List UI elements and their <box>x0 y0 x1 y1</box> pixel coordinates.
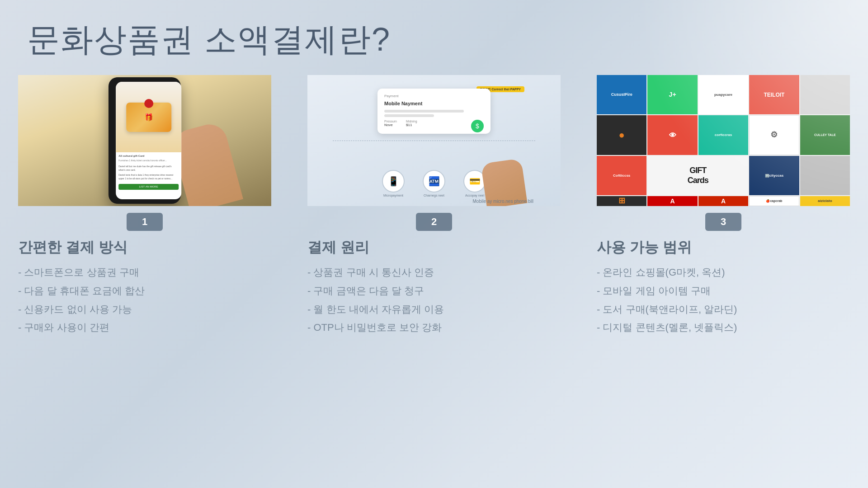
logo-puapycare: puapycare <box>698 75 748 114</box>
payment-card-header: Payment <box>384 94 484 98</box>
logo-cityccas: 🏢cityccas <box>749 156 799 195</box>
phone-label: Micropayment <box>383 194 403 197</box>
charnegs-label: Charnegs neet <box>424 194 444 197</box>
bullet-1-1: - 스마트폰으로 상품권 구매 <box>18 266 271 280</box>
bullet-2-3: - 월 한도 내에서 자유롭게 이용 <box>307 303 561 317</box>
bullet-3-2: - 모바일 게임 아이템 구매 <box>597 284 850 298</box>
col3-number: 3 <box>705 213 741 231</box>
phone-image: 🎁 All cultural gift Card Furnishes 1 thi… <box>18 75 271 206</box>
col2-number: 2 <box>416 213 452 231</box>
col3-bullets: - 온라인 쇼핑몰(G마켓, 옥션) - 모바일 게임 아이템 구매 - 도서 … <box>597 266 850 335</box>
column-3: CususIPire J+ puapycare TEILOIT ● 👁 corf… <box>579 75 868 339</box>
phone-icon: 📱 <box>382 170 405 192</box>
col1-image: 🎁 All cultural gift Card Furnishes 1 thi… <box>18 75 271 206</box>
logo-adobe1: A <box>647 196 697 206</box>
dotted-line <box>333 141 535 141</box>
col2-title: 결제 원리 <box>307 238 561 258</box>
logo-corficcras: corficcras <box>698 115 748 155</box>
bullet-3-4: - 디지털 콘텐츠(멜론, 넷플릭스) <box>597 321 850 335</box>
bullet-2-4: - OTP나 비밀번호로 보안 강화 <box>307 321 561 335</box>
page-title: 문화상품권 소액결제란? <box>0 0 868 75</box>
col2-image: SAVUC Correct thei PAPPY Payment Mobile … <box>307 75 561 206</box>
payment-line-2 <box>384 114 434 117</box>
icon-charnegs: 🏧 Charnegs neet <box>423 170 445 197</box>
col3-image: CususIPire J+ puapycare TEILOIT ● 👁 corf… <box>597 75 850 206</box>
logo-eye: 👁 <box>647 115 697 155</box>
payment-image: SAVUC Correct thei PAPPY Payment Mobile … <box>307 75 561 206</box>
col1-title: 간편한 결제 방식 <box>18 238 271 258</box>
icons-row: 📱 Micropayment 🏧 Charnegs neet 💳 Accopay… <box>382 170 486 197</box>
bullet-3-3: - 도서 구매(북앤라이프, 알라딘) <box>597 303 850 317</box>
bullet-1-3: - 신용카드 없이 사용 가능 <box>18 303 271 317</box>
col3-title: 사용 가능 범위 <box>597 238 850 258</box>
phone-screen: 🎁 All cultural gift Card Furnishes 1 thi… <box>116 82 181 199</box>
bullet-2-1: - 상품권 구매 시 통신사 인증 <box>307 266 561 280</box>
logos-grid: CususIPire J+ puapycare TEILOIT ● 👁 corf… <box>597 75 850 206</box>
logo-gear: ⚙ <box>749 115 799 155</box>
logo-windows: ⊞ <box>597 196 646 206</box>
column-1: 🎁 All cultural gift Card Furnishes 1 thi… <box>0 75 289 339</box>
main-columns: 🎁 All cultural gift Card Furnishes 1 thi… <box>0 75 868 339</box>
col1-bullets: - 스마트폰으로 상품권 구매 - 다음 달 휴대폰 요금에 합산 - 신용카드… <box>18 266 271 335</box>
bullet-3-1: - 온라인 쇼핑몰(G마켓, 옥션) <box>597 266 850 280</box>
logo-aiziclato: aiziclato <box>800 196 850 206</box>
logo-empty1 <box>800 75 850 114</box>
charnegs-icon: 🏧 <box>423 170 445 192</box>
logo-gift-cards: GIFTCards <box>647 156 748 195</box>
payment-line-1 <box>384 110 464 113</box>
phone-screen-text: All cultural gift Card Furnishes 1 thirt… <box>116 152 181 192</box>
col1-number: 1 <box>127 213 163 231</box>
payment-card-title: Mobile Nayment <box>384 101 484 106</box>
phone-screen-inner: 🎁 <box>116 82 181 152</box>
gift-bow <box>144 99 153 108</box>
logo-circle-orange: ● <box>597 115 646 155</box>
logo-jplus: J+ <box>647 75 697 114</box>
bullet-1-4: - 구매와 사용이 간편 <box>18 321 271 335</box>
bullet-2-2: - 구매 금액은 다음 달 청구 <box>307 284 561 298</box>
logo-coftliccss: Coftliccss <box>597 156 646 195</box>
column-2: SAVUC Correct thei PAPPY Payment Mobile … <box>289 75 579 339</box>
col2-bullets: - 상품권 구매 시 통신사 인증 - 구매 금액은 다음 달 청구 - 월 한… <box>307 266 561 335</box>
logo-empty2 <box>800 156 850 195</box>
mobile-pay-label: Mobile ay micro.nes phone bill <box>472 199 533 204</box>
logo-cususiPire: CususIPire <box>597 75 646 114</box>
bullet-1-2: - 다음 달 휴대폰 요금에 합산 <box>18 284 271 298</box>
logo-teiloit: TEILOIT <box>749 75 799 114</box>
payment-card: Payment Mobile Nayment Pressurn Nove Mid… <box>377 89 491 134</box>
logo-culleytale: CULLEY TALE <box>800 115 850 155</box>
logo-adobe2: A <box>698 196 748 206</box>
logo-capcrab: 🍎capcrab <box>749 196 799 206</box>
accopay-label: Accopay neel <box>465 194 484 197</box>
gift-card-visual: 🎁 <box>126 103 171 132</box>
icon-phone: 📱 Micropayment <box>382 170 405 197</box>
